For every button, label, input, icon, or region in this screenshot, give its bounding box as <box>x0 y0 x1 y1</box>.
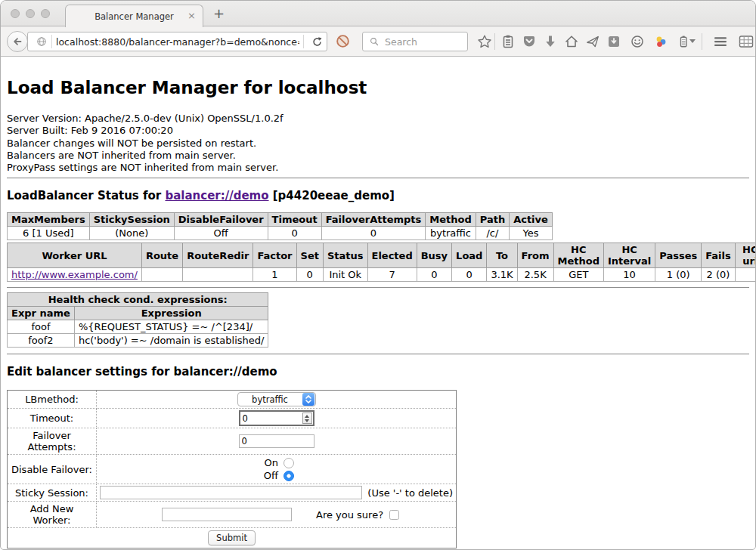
cell-elected: 7 <box>367 268 417 282</box>
sticky-session-input[interactable] <box>100 486 362 499</box>
add-worker-input[interactable] <box>162 508 292 521</box>
home-button[interactable] <box>564 34 579 49</box>
back-button[interactable] <box>7 31 28 52</box>
reload-button[interactable] <box>311 36 323 48</box>
timeout-input[interactable]: 0 <box>239 410 314 426</box>
radio-off-label: Off <box>259 470 278 481</box>
reading-list-button[interactable] <box>500 34 516 49</box>
url-bar[interactable]: localhost:8880/balancer-manager?b=demo&n… <box>27 32 327 51</box>
browser-tab[interactable]: Balancer Manager × <box>65 5 203 27</box>
failover-attempts-input[interactable] <box>239 434 314 448</box>
browser-window: Balancer Manager × + localhost:8880/bala… <box>0 0 756 550</box>
number-spinner-icon[interactable] <box>302 412 312 424</box>
colored-dots-icon <box>653 34 668 49</box>
expr-row: foof2 hc('body') =~ /domain is establish… <box>8 334 268 348</box>
col-header: Route <box>141 243 182 268</box>
server-info: Server Version: Apache/2.5.0-dev (Unix) … <box>7 113 749 174</box>
table-header-row: MaxMembers StickySession DisableFailover… <box>8 213 553 227</box>
new-tab-button[interactable]: + <box>213 5 225 21</box>
cell-expression: %{REQUEST_STATUS} =~ /^[234]/ <box>74 320 268 334</box>
sticky-session-label: Sticky Session: <box>8 484 97 502</box>
col-header: HC Method <box>553 243 603 268</box>
cell-expression: hc('body') =~ /domain is established/ <box>74 334 268 348</box>
send-tab-button[interactable] <box>585 34 600 49</box>
divider <box>7 354 749 355</box>
col-header: Busy <box>417 243 451 268</box>
search-icon <box>369 36 380 47</box>
grid-extension-button[interactable] <box>738 34 754 49</box>
worker-row: http://www.example.com/ 1 0 Init Ok 7 0 … <box>8 268 756 282</box>
cell-maxmembers: 6 [1 Used] <box>8 227 90 240</box>
cell-worker-url: http://www.example.com/ <box>8 268 142 282</box>
select-stepper-icon <box>302 393 314 406</box>
lb-status-prefix: LoadBalancer Status for <box>7 189 165 202</box>
bookmark-star-button[interactable] <box>477 34 492 49</box>
cell-active: Yes <box>510 227 553 240</box>
pocket-button[interactable] <box>522 34 537 49</box>
content-blocked-button[interactable] <box>335 33 351 49</box>
extension-download-button[interactable] <box>606 34 621 49</box>
col-header: HC Interval <box>603 243 655 268</box>
chevron-down-icon[interactable] <box>689 39 696 43</box>
blocked-content-icon <box>335 33 351 49</box>
battery-extension-button[interactable] <box>676 34 691 49</box>
search-field[interactable] <box>362 32 468 51</box>
col-header: Expression <box>74 307 268 320</box>
cell-hc-uri <box>735 268 756 282</box>
col-header: FailoverAttempts <box>321 213 426 227</box>
worker-url-link[interactable]: http://www.example.com/ <box>11 269 138 280</box>
col-header: Fails <box>702 243 736 268</box>
form-row-failover: Failover Attempts: <box>8 428 457 455</box>
balancer-demo-link[interactable]: balancer://demo <box>165 189 268 202</box>
worker-table: Worker URL Route RouteRedir Factor Set S… <box>7 243 756 282</box>
disable-failover-on-radio[interactable] <box>284 458 294 468</box>
reload-icon <box>311 36 323 48</box>
divider <box>7 178 749 179</box>
failover-attempts-label: Failover Attempts: <box>8 428 97 455</box>
disable-failover-off-radio[interactable] <box>284 471 294 481</box>
battery-icon <box>676 34 691 49</box>
server-version: Server Version: Apache/2.5.0-dev (Unix) … <box>7 113 749 125</box>
cell-timeout: 0 <box>268 227 321 240</box>
toolbar-separator <box>702 33 702 50</box>
are-you-sure-checkbox[interactable] <box>389 510 399 520</box>
cell-routeredir <box>183 268 253 282</box>
col-header: HC uri <box>735 243 756 268</box>
balancer-status-table: MaxMembers StickySession DisableFailover… <box>7 212 553 240</box>
tab-close-icon[interactable]: × <box>187 10 196 22</box>
cell-passes: 1 (0) <box>655 268 702 282</box>
window-close-button[interactable] <box>11 9 20 18</box>
chat-extension-button[interactable] <box>630 34 645 49</box>
cell-hc-interval: 10 <box>603 268 655 282</box>
expr-row: foof %{REQUEST_STATUS} =~ /^[234]/ <box>8 320 268 334</box>
toolbar-separator <box>494 33 495 50</box>
submit-button[interactable]: Submit <box>208 530 256 545</box>
colored-dots-extension-button[interactable] <box>653 34 668 49</box>
edit-settings-heading: Edit balancer settings for balancer://de… <box>7 365 749 379</box>
cell-method: bytraffic <box>426 227 476 240</box>
urlbar-separator <box>51 35 52 48</box>
lbmethod-label: LBmethod: <box>8 391 97 409</box>
timeout-value: 0 <box>240 413 302 424</box>
col-header: Elected <box>367 243 417 268</box>
window-minimize-button[interactable] <box>26 9 35 18</box>
menu-button[interactable] <box>712 34 729 49</box>
downloads-button[interactable] <box>543 34 558 49</box>
cell-to: 3.1K <box>487 268 517 282</box>
url-text[interactable]: localhost:8880/balancer-manager?b=demo&n… <box>56 36 299 48</box>
globe-icon[interactable] <box>36 36 48 48</box>
window-zoom-button[interactable] <box>41 9 50 18</box>
add-worker-label: Add New Worker: <box>8 502 97 528</box>
lbmethod-select[interactable]: bytraffic <box>237 392 316 406</box>
col-header: Timeout <box>268 213 321 227</box>
balancer-settings-form: LBmethod: bytraffic Timeout: 0 <box>7 390 457 548</box>
search-input[interactable] <box>383 36 467 48</box>
urlbar-separator <box>303 35 304 48</box>
col-header: Method <box>426 213 476 227</box>
square-download-icon <box>606 34 621 49</box>
cell-expr-name: foof <box>8 320 75 334</box>
submit-cell: Submit <box>8 528 457 548</box>
col-header: Status <box>323 243 367 268</box>
lb-status-suffix: [p4420eeae_demo] <box>269 189 395 202</box>
cell-from: 2.5K <box>517 268 553 282</box>
